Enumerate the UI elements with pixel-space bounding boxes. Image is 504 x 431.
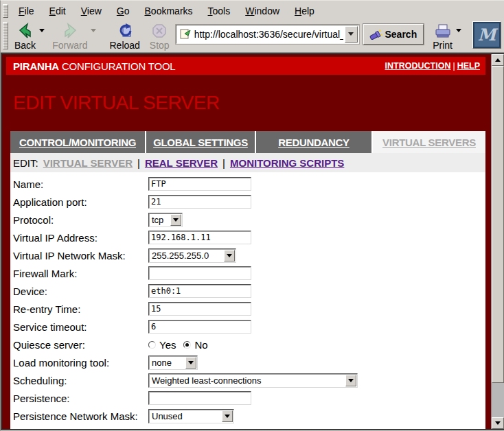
- edit-subnav: EDIT: VIRTUAL SERVER | REAL SERVER | MON…: [10, 153, 485, 172]
- name-label: Name:: [13, 178, 148, 190]
- scheduling-select[interactable]: Weighted least-connections: [148, 373, 358, 388]
- form-row-quiesce-server: Quiesce server: Yes No: [10, 336, 485, 353]
- persistence-mask-select-value: Unused: [149, 411, 222, 421]
- name-input[interactable]: [148, 177, 251, 191]
- protocol-select[interactable]: tcp: [148, 213, 183, 227]
- subnav-prefix: EDIT:: [13, 157, 38, 169]
- scrollbar-track[interactable]: [492, 383, 504, 417]
- url-input[interactable]: [193, 29, 345, 40]
- scroll-up-button[interactable]: [492, 54, 504, 66]
- arrow-down-icon: [495, 421, 501, 425]
- page-title-area: EDIT VIRTUAL SERVER: [6, 75, 485, 131]
- dropdown-arrow-icon: [185, 357, 196, 369]
- dropdown-arrow-icon: [170, 214, 181, 226]
- print-dropdown-icon[interactable]: [456, 29, 461, 32]
- application-port-input[interactable]: [148, 195, 251, 209]
- link-separator: |: [450, 61, 457, 71]
- subnav-real-server-link[interactable]: REAL SERVER: [145, 157, 218, 169]
- mozilla-throbber-logo[interactable]: M: [472, 21, 501, 49]
- quiesce-yes-radio[interactable]: [148, 341, 156, 349]
- protocol-select-value: tcp: [149, 215, 170, 225]
- reentry-time-input[interactable]: [148, 302, 251, 316]
- toolbar-grippy-handle[interactable]: [3, 22, 8, 49]
- form-row-persistence-mask: Persistence Network Mask: Unused: [10, 407, 485, 425]
- load-monitoring-label: Load monitoring tool:: [13, 357, 148, 369]
- quiesce-server-label: Quiesce server:: [13, 339, 148, 351]
- reentry-time-label: Re-entry Time:: [13, 303, 148, 315]
- persistence-input[interactable]: [148, 391, 251, 405]
- print-button[interactable]: Print: [429, 20, 456, 51]
- application-port-label: Application port:: [13, 196, 148, 208]
- form-row-virtual-ip-mask: Virtual IP Network Mask: 255.255.255.0: [10, 246, 485, 264]
- virtual-server-form: Name: Application port: Protocol: tcp: [10, 172, 485, 429]
- menu-tools[interactable]: Tools: [201, 3, 238, 19]
- form-row-service-timeout: Service timeout:: [10, 318, 485, 336]
- menu-edit[interactable]: Edit: [42, 3, 73, 19]
- tab-virtual-servers[interactable]: VIRTUAL SERVERS: [373, 131, 485, 153]
- scrollbar-thumb[interactable]: [492, 66, 504, 383]
- device-input[interactable]: [148, 284, 251, 298]
- piranha-header-band: PIRANHA CONFIGURATION TOOL INTRODUCTION|…: [6, 57, 485, 75]
- service-timeout-label: Service timeout:: [13, 321, 148, 333]
- location-bar: [176, 25, 359, 44]
- subnav-separator: |: [137, 157, 140, 169]
- forward-icon: [62, 22, 78, 40]
- forward-label: Forward: [52, 40, 87, 51]
- tab-global-settings[interactable]: GLOBAL SETTINGS: [146, 131, 255, 153]
- service-timeout-input[interactable]: [148, 320, 251, 334]
- page-title: EDIT VIRTUAL SERVER: [13, 92, 220, 114]
- persistence-mask-select[interactable]: Unused: [148, 409, 234, 423]
- reload-button[interactable]: Reload: [106, 20, 143, 51]
- forward-button[interactable]: Forward: [49, 20, 91, 51]
- stop-button[interactable]: Stop: [146, 20, 173, 51]
- menu-view[interactable]: View: [73, 3, 109, 19]
- tab-redundancy[interactable]: REDUNDANCY: [256, 131, 371, 153]
- load-monitoring-select-value: none: [149, 358, 185, 368]
- stop-label: Stop: [150, 40, 170, 51]
- quiesce-no-radio[interactable]: [183, 341, 191, 349]
- virtual-ip-mask-select[interactable]: 255.255.255.0: [148, 248, 236, 263]
- flashlight-icon: [367, 28, 382, 40]
- persistence-mask-label: Persistence Network Mask:: [13, 410, 148, 422]
- protocol-label: Protocol:: [13, 214, 148, 226]
- brand-secondary: CONFIGURATION TOOL: [59, 60, 176, 72]
- reload-icon: [117, 22, 133, 40]
- scheduling-label: Scheduling:: [13, 375, 148, 386]
- piranha-page: PIRANHA CONFIGURATION TOOL INTRODUCTION|…: [2, 54, 491, 429]
- load-monitoring-select[interactable]: none: [148, 356, 198, 370]
- dropdown-arrow-icon: [222, 410, 233, 422]
- firewall-mark-input[interactable]: [148, 266, 251, 280]
- brand-primary: PIRANHA: [13, 60, 59, 72]
- forward-history-dropdown-icon[interactable]: [91, 29, 96, 32]
- help-link[interactable]: HELP: [457, 61, 480, 71]
- virtual-ip-mask-label: Virtual IP Network Mask:: [13, 250, 148, 261]
- scroll-down-button[interactable]: [492, 417, 504, 429]
- browser-viewport: PIRANHA CONFIGURATION TOOL INTRODUCTION|…: [1, 53, 504, 429]
- menu-go[interactable]: Go: [109, 3, 137, 19]
- virtual-ip-input[interactable]: [148, 231, 251, 244]
- firewall-mark-label: Firewall Mark:: [13, 268, 148, 279]
- form-row-device: Device:: [10, 282, 485, 300]
- stop-icon: [152, 22, 167, 40]
- menu-help[interactable]: Help: [287, 3, 322, 19]
- bookmark-page-icon[interactable]: [179, 28, 191, 40]
- menu-file[interactable]: File: [11, 3, 42, 19]
- menu-bookmarks[interactable]: Bookmarks: [137, 3, 201, 19]
- form-row-scheduling: Scheduling: Weighted least-connections: [10, 371, 485, 389]
- form-row-persistence: Persistence:: [10, 389, 485, 407]
- back-history-dropdown-icon[interactable]: [39, 29, 45, 32]
- toolbar-grippy-handle[interactable]: [3, 4, 8, 18]
- introduction-link[interactable]: INTRODUCTION: [385, 61, 451, 71]
- url-history-dropdown-button[interactable]: [345, 26, 358, 43]
- tab-control-monitoring[interactable]: CONTROL/MONITORING: [10, 131, 145, 153]
- back-label: Back: [14, 40, 36, 51]
- menu-window[interactable]: Window: [238, 3, 287, 19]
- mozilla-m-icon: M: [478, 25, 496, 45]
- back-button[interactable]: Back: [11, 20, 39, 51]
- search-label: Search: [385, 29, 417, 40]
- vertical-scrollbar: [491, 54, 504, 429]
- subnav-virtual-server-link[interactable]: VIRTUAL SERVER: [43, 157, 133, 169]
- form-row-protocol: Protocol: tcp: [10, 211, 485, 229]
- search-button[interactable]: Search: [363, 24, 424, 45]
- subnav-monitoring-scripts-link[interactable]: MONITORING SCRIPTS: [230, 157, 344, 169]
